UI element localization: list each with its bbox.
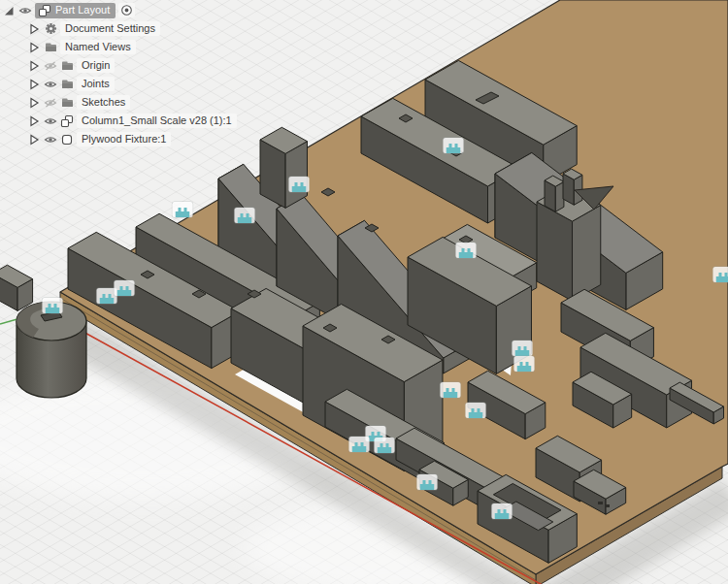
folder-icon [44, 41, 57, 54]
folder-icon [60, 59, 74, 73]
component-icon [38, 4, 51, 17]
eye-hidden[interactable] [44, 96, 57, 110]
joint-flag-icon[interactable] [466, 403, 486, 418]
joint-flag-icon[interactable] [713, 267, 728, 282]
joint-flag-icon[interactable] [43, 298, 63, 313]
joint-flag-icon[interactable] [349, 437, 370, 452]
joint-flag-icon[interactable] [417, 474, 438, 490]
selected-node[interactable]: Part Layout [35, 3, 116, 18]
joint-flag-icon[interactable] [456, 243, 477, 258]
part-body[interactable] [545, 176, 564, 211]
joint-flag-icon[interactable] [513, 341, 533, 356]
node-label[interactable]: Origin [77, 58, 115, 73]
node-label[interactable]: Joints [77, 77, 115, 91]
joint-flag-icon[interactable] [289, 177, 310, 192]
body-icon [60, 133, 74, 146]
browser-row-document-settings[interactable]: Document Settings [27, 19, 237, 38]
joint-flag-icon[interactable] [492, 503, 513, 519]
browser-row-plywood-fixture-1[interactable]: Plywood Fixture:1 [27, 130, 237, 148]
eye-visible[interactable] [44, 78, 57, 91]
node-label[interactable]: Plywood Fixture:1 [77, 132, 171, 146]
node-label[interactable]: Document Settings [60, 21, 160, 36]
joint-flag-icon[interactable] [173, 202, 193, 217]
expander-collapsed[interactable] [27, 78, 41, 91]
browser-row-named-views[interactable]: Named Views [27, 38, 237, 56]
fusion-canvas[interactable]: Part LayoutDocument SettingsNamed ViewsO… [0, 0, 728, 584]
joint-flag-icon[interactable] [444, 138, 464, 153]
joint-flag-icon[interactable] [115, 280, 135, 296]
browser-tree[interactable]: Part LayoutDocument SettingsNamed ViewsO… [2, 1, 237, 148]
component-icon [60, 114, 74, 128]
folder-icon [60, 78, 74, 91]
joint-flag-icon[interactable] [235, 208, 255, 223]
node-label[interactable]: Sketches [77, 95, 130, 110]
browser-row-sketches[interactable]: Sketches [27, 93, 237, 112]
joint-flag-icon[interactable] [514, 356, 535, 372]
expander-collapsed[interactable] [27, 114, 41, 128]
node-label[interactable]: Part Layout [55, 4, 110, 16]
expander-collapsed[interactable] [27, 96, 41, 110]
joint-flag-icon[interactable] [441, 382, 461, 398]
joint-flag-icon[interactable] [375, 438, 395, 453]
eye-hidden[interactable] [44, 59, 57, 73]
node-label[interactable]: Named Views [60, 40, 136, 54]
expander-expanded[interactable] [2, 4, 16, 17]
browser-row-column1-small-scale-v28-1-1[interactable]: Column1_Small Scale v28 (1):1 [27, 112, 237, 130]
gear-icon [44, 22, 57, 36]
part-body[interactable] [260, 127, 307, 208]
eye-visible[interactable] [18, 4, 32, 17]
eye-visible[interactable] [44, 114, 57, 128]
activate-component-radio[interactable] [118, 3, 135, 17]
eye-visible[interactable] [44, 133, 57, 146]
expander-collapsed[interactable] [27, 59, 41, 73]
browser-row-part-layout[interactable]: Part Layout [2, 1, 237, 19]
expander-collapsed[interactable] [27, 41, 41, 54]
browser-row-origin[interactable]: Origin [27, 56, 237, 75]
part-body[interactable] [563, 169, 582, 205]
folder-icon [60, 96, 74, 110]
browser-row-joints[interactable]: Joints [27, 75, 237, 93]
node-label[interactable]: Column1_Small Scale v28 (1):1 [77, 114, 237, 128]
expander-collapsed[interactable] [27, 22, 41, 36]
fixture-cylinder[interactable] [17, 302, 86, 398]
expander-collapsed[interactable] [27, 133, 41, 146]
